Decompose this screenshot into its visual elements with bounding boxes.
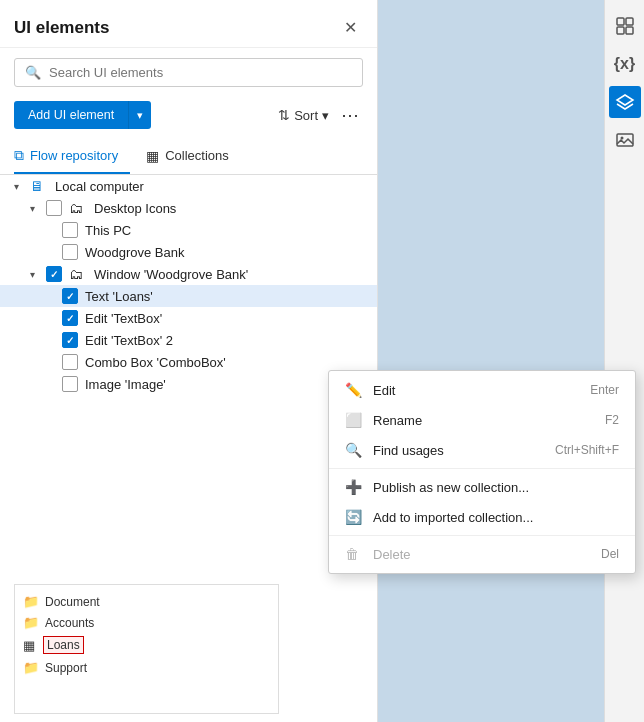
- find-icon: 🔍: [345, 442, 363, 458]
- context-label-add-imported: Add to imported collection...: [373, 510, 533, 525]
- tree-node-text-loans[interactable]: ▾ Text 'Loans': [0, 285, 377, 307]
- collections-icon: ▦: [146, 148, 159, 164]
- add-ui-element-group: Add UI element ▾: [14, 101, 151, 129]
- context-shortcut-edit: Enter: [590, 383, 619, 397]
- tabs-bar: ⧉ Flow repository ▦ Collections: [0, 139, 377, 175]
- node-label: Woodgrove Bank: [85, 245, 185, 260]
- context-item-add-imported[interactable]: 🔄 Add to imported collection...: [329, 502, 635, 532]
- node-label: This PC: [85, 223, 131, 238]
- layers-icon: [615, 92, 635, 112]
- sort-button[interactable]: ⇅ Sort ▾: [278, 107, 329, 123]
- flow-repo-icon: ⧉: [14, 147, 24, 164]
- node-checkbox[interactable]: [62, 244, 78, 260]
- sidebar-variables-button[interactable]: {x}: [609, 48, 641, 80]
- images-icon: [615, 130, 635, 150]
- preview-area: 📁 Document 📁 Accounts ▦ Loans 📁 Support: [14, 584, 279, 714]
- folder-icon: 📁: [23, 594, 39, 609]
- folder-icon: 📁: [23, 660, 39, 675]
- search-icon: 🔍: [25, 65, 41, 80]
- add-collection-icon: 🔄: [345, 509, 363, 525]
- svg-rect-1: [626, 18, 633, 25]
- tree-node-local-computer[interactable]: ▾ 🖥 Local computer: [0, 175, 377, 197]
- search-input[interactable]: [49, 65, 352, 80]
- sidebar-ui-elements-button[interactable]: [609, 10, 641, 42]
- context-label-rename: Rename: [373, 413, 422, 428]
- publish-icon: ➕: [345, 479, 363, 495]
- add-ui-element-caret[interactable]: ▾: [128, 101, 151, 129]
- node-checkbox[interactable]: [62, 222, 78, 238]
- node-label: Local computer: [55, 179, 144, 194]
- tree-node-image[interactable]: ▾ Image 'Image': [0, 373, 377, 395]
- context-divider-1: [329, 468, 635, 469]
- sort-label: Sort: [294, 108, 318, 123]
- tab-flow-repository[interactable]: ⧉ Flow repository: [14, 139, 130, 174]
- computer-icon: 🖥: [30, 178, 50, 194]
- preview-row-support: 📁 Support: [23, 657, 270, 678]
- toolbar: Add UI element ▾ ⇅ Sort ▾ ⋯: [0, 97, 377, 139]
- more-options-button[interactable]: ⋯: [337, 104, 363, 126]
- tree-node-desktop-icons[interactable]: ▾ 🗂 Desktop Icons: [0, 197, 377, 219]
- sidebar-images-button[interactable]: [609, 124, 641, 156]
- context-item-edit[interactable]: ✏️ Edit Enter: [329, 375, 635, 405]
- node-checkbox-checked[interactable]: [62, 288, 78, 304]
- delete-icon: 🗑: [345, 546, 363, 562]
- preview-label: Document: [45, 595, 100, 609]
- context-label-edit: Edit: [373, 383, 395, 398]
- tree-node-window-woodgrove[interactable]: ▾ 🗂 Window 'Woodgrove Bank': [0, 263, 377, 285]
- chevron-icon: ▾: [14, 181, 30, 192]
- edit-icon: ✏️: [345, 382, 363, 398]
- folder-icon: 📁: [23, 615, 39, 630]
- preview-row-document: 📁 Document: [23, 591, 270, 612]
- panel-header: UI elements ✕: [0, 0, 377, 48]
- sort-caret-icon: ▾: [322, 108, 329, 123]
- preview-content: 📁 Document 📁 Accounts ▦ Loans 📁 Support: [15, 585, 278, 684]
- panel-title: UI elements: [14, 18, 109, 38]
- svg-rect-0: [617, 18, 624, 25]
- node-checkbox-checked[interactable]: [62, 310, 78, 326]
- search-bar: 🔍: [14, 58, 363, 87]
- node-checkbox-checked[interactable]: [46, 266, 62, 282]
- context-item-find-usages[interactable]: 🔍 Find usages Ctrl+Shift+F: [329, 435, 635, 465]
- context-label-delete: Delete: [373, 547, 411, 562]
- ui-elements-panel: UI elements ✕ 🔍 Add UI element ▾ ⇅ Sort …: [0, 0, 378, 722]
- node-checkbox[interactable]: [46, 200, 62, 216]
- context-item-delete[interactable]: 🗑 Delete Del: [329, 539, 635, 569]
- tab-collections[interactable]: ▦ Collections: [146, 139, 241, 174]
- node-checkbox-checked[interactable]: [62, 332, 78, 348]
- tree-node-edit-textbox[interactable]: ▾ Edit 'TextBox': [0, 307, 377, 329]
- node-checkbox[interactable]: [62, 354, 78, 370]
- ui-elements-icon: [615, 16, 635, 36]
- node-checkbox[interactable]: [62, 376, 78, 392]
- context-shortcut-delete: Del: [601, 547, 619, 561]
- tree-node-woodgrove-bank[interactable]: ▾ Woodgrove Bank: [0, 241, 377, 263]
- preview-highlight-loans: Loans: [43, 636, 84, 654]
- context-label-find: Find usages: [373, 443, 444, 458]
- node-label: Text 'Loans': [85, 289, 153, 304]
- chevron-icon: ▾: [30, 269, 46, 280]
- preview-row-accounts: 📁 Accounts: [23, 612, 270, 633]
- context-label-publish: Publish as new collection...: [373, 480, 529, 495]
- context-divider-2: [329, 535, 635, 536]
- context-menu: ✏️ Edit Enter ⬜ Rename F2 🔍 Find usages …: [328, 370, 636, 574]
- close-button[interactable]: ✕: [338, 16, 363, 39]
- rename-icon: ⬜: [345, 412, 363, 428]
- right-sidebar: {x}: [604, 0, 644, 722]
- svg-rect-4: [617, 134, 633, 146]
- node-label: Edit 'TextBox' 2: [85, 333, 173, 348]
- preview-label: Support: [45, 661, 87, 675]
- sort-icon: ⇅: [278, 107, 290, 123]
- node-label: Window 'Woodgrove Bank': [94, 267, 248, 282]
- sidebar-layers-button[interactable]: [609, 86, 641, 118]
- preview-row-loans: ▦ Loans: [23, 633, 270, 657]
- add-ui-element-button[interactable]: Add UI element: [14, 101, 128, 129]
- tree-node-edit-textbox-2[interactable]: ▾ Edit 'TextBox' 2: [0, 329, 377, 351]
- context-shortcut-rename: F2: [605, 413, 619, 427]
- context-item-rename[interactable]: ⬜ Rename F2: [329, 405, 635, 435]
- folder-icon: 🗂: [69, 266, 89, 282]
- svg-rect-2: [617, 27, 624, 34]
- context-item-publish[interactable]: ➕ Publish as new collection...: [329, 472, 635, 502]
- node-label: Combo Box 'ComboBox': [85, 355, 226, 370]
- tree-node-this-pc[interactable]: ▾ This PC: [0, 219, 377, 241]
- tree-node-combo-box[interactable]: ▾ Combo Box 'ComboBox': [0, 351, 377, 373]
- preview-label: Accounts: [45, 616, 94, 630]
